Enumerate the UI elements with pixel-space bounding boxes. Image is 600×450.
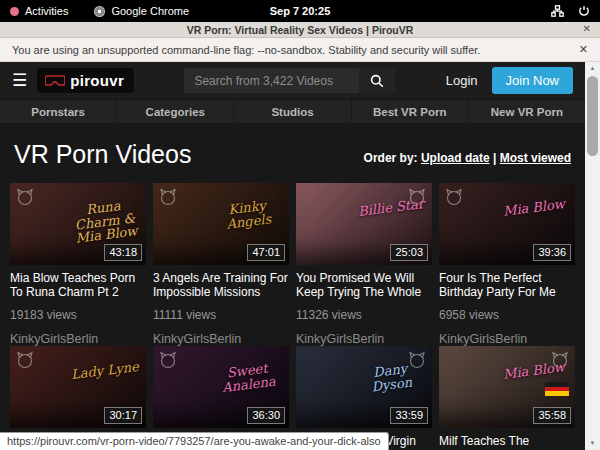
nav-item-new-vr-porn[interactable]: New VR Porn bbox=[468, 100, 585, 123]
join-now-button[interactable]: Join Now bbox=[492, 67, 573, 94]
video-studio-link[interactable]: KinkyGirlsBerlin bbox=[296, 332, 432, 346]
site-header: ☰ pirouvr Login Join Now bbox=[0, 62, 585, 99]
video-card: Billie Star 25:03 You Promised We Will K… bbox=[296, 183, 432, 346]
video-thumbnail[interactable]: Runa Charm & Mia Blow 43:18 bbox=[10, 183, 146, 265]
network-icon[interactable] bbox=[551, 5, 564, 17]
video-meta: 3 Angels Are Training For Impossible Mis… bbox=[153, 265, 289, 346]
thumbnail-overlay-name: Mia Blow bbox=[497, 197, 570, 219]
search-icon bbox=[370, 74, 384, 88]
chrome-icon bbox=[94, 6, 105, 17]
video-views: 11111 views bbox=[153, 308, 289, 322]
search-input[interactable] bbox=[184, 68, 359, 93]
video-thumbnail[interactable]: Sweet Analena 36:30 bbox=[153, 346, 289, 428]
video-grid: Runa Charm & Mia Blow 43:18 Mia Blow Tea… bbox=[0, 169, 585, 450]
menu-icon[interactable]: ☰ bbox=[12, 72, 27, 89]
scrollbar[interactable]: ▲ ▼ bbox=[585, 62, 600, 450]
duration-badge: 30:17 bbox=[104, 407, 142, 424]
studio-watermark-icon bbox=[407, 187, 427, 207]
nav-item-best-vr-porn[interactable]: Best VR Porn bbox=[351, 100, 468, 123]
active-app-button[interactable]: Google Chrome bbox=[94, 5, 189, 17]
vr-goggles-icon bbox=[45, 75, 65, 87]
duration-badge: 25:03 bbox=[390, 244, 428, 261]
order-separator: | bbox=[493, 151, 496, 165]
duration-badge: 33:59 bbox=[390, 407, 428, 424]
browser-viewport: ☰ pirouvr Login Join Now Pornstars Cat bbox=[0, 62, 600, 450]
video-thumbnail[interactable]: Lady Lyne 30:17 bbox=[10, 346, 146, 428]
video-thumbnail[interactable]: Kinky Angels 47:01 bbox=[153, 183, 289, 265]
nav-item-pornstars[interactable]: Pornstars bbox=[0, 100, 116, 123]
studio-watermark-icon bbox=[444, 187, 464, 207]
tab-close-icon[interactable]: ✕ bbox=[583, 23, 591, 34]
video-studio-link[interactable]: KinkyGirlsBerlin bbox=[439, 332, 575, 346]
logo-text: pirouvr bbox=[70, 72, 124, 89]
tab-title: VR Porn: Virtual Reality Sex Videos | Pi… bbox=[187, 24, 414, 36]
active-app-label: Google Chrome bbox=[111, 5, 189, 17]
duration-badge: 36:30 bbox=[247, 407, 285, 424]
studio-watermark-icon bbox=[15, 350, 35, 370]
video-card: Kinky Angels 47:01 3 Angels Are Training… bbox=[153, 183, 289, 346]
system-top-bar: Activities Google Chrome Sep 7 20:25 bbox=[0, 0, 600, 22]
thumbnail-overlay-name: Sweet Analena bbox=[211, 360, 286, 396]
order-most-viewed-link[interactable]: Most viewed bbox=[500, 151, 571, 165]
site-logo[interactable]: pirouvr bbox=[37, 68, 134, 93]
video-title[interactable]: 3 Angels Are Training For Impossible Mis… bbox=[153, 271, 289, 300]
activities-button[interactable]: Activities bbox=[10, 5, 68, 17]
warning-infobar: You are using an unsupported command-lin… bbox=[0, 38, 600, 62]
thumbnail-overlay-name: Runa Charm & Mia Blow bbox=[67, 197, 143, 246]
video-views: 11326 views bbox=[296, 308, 432, 322]
nav-item-categories[interactable]: Categories bbox=[116, 100, 233, 123]
thumbnail-overlay-name: Lady Lyne bbox=[68, 360, 141, 382]
video-card: Mia Blow 39:36 Four Is The Perfect Birth… bbox=[439, 183, 575, 346]
duration-badge: 35:58 bbox=[533, 407, 571, 424]
video-thumbnail[interactable]: Mia Blow 39:36 bbox=[439, 183, 575, 265]
order-by: Order by: Upload date | Most viewed bbox=[364, 151, 571, 169]
search-box bbox=[184, 68, 395, 93]
video-studio-link[interactable]: KinkyGirlsBerlin bbox=[153, 332, 289, 346]
recording-indicator-dot bbox=[10, 7, 19, 16]
video-title[interactable]: Mia Blow Teaches Porn To Runa Charm Pt 2 bbox=[10, 271, 146, 300]
studio-watermark-icon bbox=[407, 350, 427, 370]
video-title[interactable]: You Promised We Will Keep Trying The Who… bbox=[296, 271, 432, 300]
video-views: 6958 views bbox=[439, 308, 575, 322]
status-bar-url: https://pirouvr.com/vr-porn-video/779325… bbox=[0, 432, 389, 450]
studio-watermark-icon bbox=[550, 350, 570, 370]
login-link[interactable]: Login bbox=[446, 73, 478, 88]
video-meta: Milf Teaches The Teacher Some Practical … bbox=[439, 428, 575, 450]
video-title[interactable]: Milf Teaches The Teacher Some Practical … bbox=[439, 434, 575, 450]
studio-watermark-icon bbox=[158, 187, 178, 207]
video-thumbnail[interactable]: Mia Blow 35:58 bbox=[439, 346, 575, 428]
scroll-up-icon[interactable]: ▲ bbox=[590, 62, 596, 75]
video-meta: You Promised We Will Keep Trying The Who… bbox=[296, 265, 432, 346]
video-thumbnail[interactable]: Dany Dyson 33:59 bbox=[296, 346, 432, 428]
video-card: Runa Charm & Mia Blow 43:18 Mia Blow Tea… bbox=[10, 183, 146, 346]
order-upload-date-link[interactable]: Upload date bbox=[421, 151, 490, 165]
scrollbar-thumb[interactable] bbox=[587, 76, 598, 156]
activities-label: Activities bbox=[25, 5, 68, 17]
duration-badge: 39:36 bbox=[533, 244, 571, 261]
main-nav: Pornstars Categories Studios Best VR Por… bbox=[0, 99, 585, 123]
scroll-down-icon[interactable]: ▼ bbox=[590, 437, 596, 450]
page-title: VR Porn Videos bbox=[14, 140, 191, 169]
video-meta: Mia Blow Teaches Porn To Runa Charm Pt 2… bbox=[10, 265, 146, 346]
duration-badge: 47:01 bbox=[247, 244, 285, 261]
video-meta: Four Is The Perfect Birthday Party For M… bbox=[439, 265, 575, 346]
video-thumbnail[interactable]: Billie Star 25:03 bbox=[296, 183, 432, 265]
video-studio-link[interactable]: KinkyGirlsBerlin bbox=[10, 332, 146, 346]
video-title[interactable]: Four Is The Perfect Birthday Party For M… bbox=[439, 271, 575, 300]
power-icon[interactable] bbox=[578, 5, 590, 17]
warning-close-icon[interactable]: ✕ bbox=[579, 43, 588, 56]
studio-watermark-icon bbox=[15, 187, 35, 207]
thumbnail-overlay-name: Kinky Angels bbox=[211, 197, 286, 233]
search-button[interactable] bbox=[359, 68, 395, 93]
video-card: Mia Blow 35:58 Milf Teaches The Teacher … bbox=[439, 346, 575, 450]
order-by-label: Order by: bbox=[364, 151, 418, 165]
duration-badge: 43:18 bbox=[104, 244, 142, 261]
german-flag-icon bbox=[545, 382, 569, 396]
page-heading-row: VR Porn Videos Order by: Upload date | M… bbox=[0, 123, 585, 169]
studio-watermark-icon bbox=[158, 350, 178, 370]
video-views: 19183 views bbox=[10, 308, 146, 322]
nav-item-studios[interactable]: Studios bbox=[233, 100, 350, 123]
warning-text: You are using an unsupported command-lin… bbox=[12, 44, 480, 56]
browser-tab-bar: VR Porn: Virtual Reality Sex Videos | Pi… bbox=[0, 22, 600, 38]
